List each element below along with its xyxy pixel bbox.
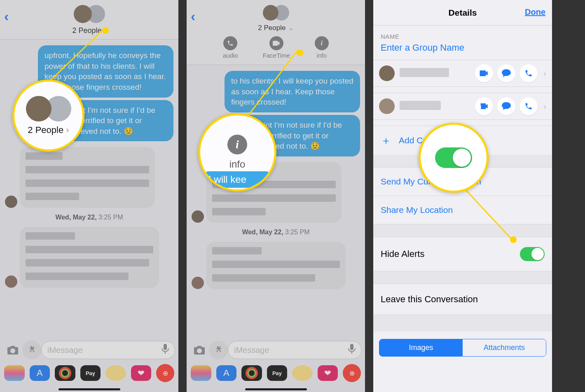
app-shelf: A Pay ❤ ⊕ bbox=[187, 362, 365, 385]
camera-icon[interactable] bbox=[190, 341, 209, 359]
leave-label: Leave this Conversation bbox=[381, 294, 478, 305]
zoom-callout-people: 2 People › bbox=[12, 79, 84, 152]
apple-pay-app-icon[interactable]: Pay bbox=[80, 365, 101, 381]
chevron-right-icon: › bbox=[543, 102, 546, 111]
received-message[interactable] bbox=[206, 242, 346, 289]
message-icon[interactable] bbox=[497, 97, 515, 115]
microphone-icon[interactable] bbox=[161, 344, 169, 356]
home-indicator[interactable] bbox=[58, 388, 120, 390]
avatar bbox=[26, 96, 51, 121]
phone-icon[interactable] bbox=[519, 64, 538, 82]
avatar bbox=[379, 65, 395, 81]
panel-messages-1: ‹ 2 People › upfront. Hopefully he conve… bbox=[0, 0, 178, 392]
compose-bar: iMessage bbox=[0, 339, 178, 361]
spacer bbox=[373, 271, 552, 284]
avatar bbox=[74, 5, 92, 23]
segment-attachments[interactable]: Attachments bbox=[463, 339, 546, 356]
message-icon[interactable] bbox=[497, 64, 515, 82]
toggle-on-icon bbox=[435, 147, 472, 168]
contact-row[interactable]: › bbox=[373, 93, 552, 120]
photos-app-icon[interactable] bbox=[4, 365, 25, 381]
avatar bbox=[5, 275, 17, 288]
app-store-icon[interactable] bbox=[22, 341, 41, 359]
messages-header: ‹ 2 People › bbox=[0, 0, 178, 40]
group-name-field[interactable]: Enter a Group Name bbox=[373, 42, 552, 60]
callout-label: 2 People › bbox=[28, 125, 69, 135]
leave-conversation-row[interactable]: Leave this Conversation bbox=[373, 284, 552, 315]
digital-touch-app-icon[interactable]: ❤ bbox=[318, 365, 338, 381]
avatar bbox=[263, 5, 278, 21]
digital-touch-app-icon[interactable]: ❤ bbox=[131, 365, 152, 381]
more-app-icon[interactable]: ⊕ bbox=[156, 364, 174, 382]
received-message[interactable] bbox=[20, 227, 159, 288]
people-count-label[interactable]: 2 People ⌄ bbox=[187, 24, 365, 32]
placeholder-text: iMessage bbox=[47, 345, 83, 355]
group-avatars[interactable] bbox=[74, 5, 105, 23]
video-icon bbox=[269, 36, 283, 50]
facetime-button[interactable]: FaceTime bbox=[263, 36, 290, 59]
apple-pay-app-icon[interactable]: Pay bbox=[267, 365, 288, 381]
header-actions: audio FaceTime i info bbox=[187, 36, 365, 59]
segmented-control[interactable]: Images Attachments bbox=[379, 339, 546, 357]
received-message[interactable] bbox=[20, 147, 155, 208]
hide-alerts-toggle[interactable] bbox=[520, 247, 545, 261]
received-row bbox=[5, 147, 173, 208]
home-indicator[interactable] bbox=[245, 388, 307, 390]
photos-app-icon[interactable] bbox=[191, 365, 211, 381]
message-input[interactable]: iMessage bbox=[41, 341, 175, 359]
received-row bbox=[5, 227, 173, 288]
panel-messages-2: ‹ 2 People ⌄ audio FaceTime i bbox=[187, 0, 365, 392]
section-label-name: NAME bbox=[373, 26, 552, 42]
share-location-row[interactable]: Share My Location bbox=[373, 196, 552, 224]
done-button[interactable]: Done bbox=[525, 7, 545, 17]
panel-details: Details Done NAME Enter a Group Name › › bbox=[373, 0, 552, 392]
highlight-dot bbox=[297, 49, 303, 56]
appstore-app-icon[interactable]: A bbox=[30, 365, 50, 381]
action-label: audio bbox=[223, 52, 238, 59]
contact-name bbox=[400, 68, 475, 79]
app-shelf: A Pay ❤ ⊕ bbox=[0, 362, 178, 385]
appstore-app-icon[interactable]: A bbox=[216, 365, 237, 381]
microphone-icon[interactable] bbox=[348, 344, 356, 356]
more-app-icon[interactable]: ⊕ bbox=[343, 364, 361, 382]
hide-alerts-row: Hide Alerts bbox=[373, 237, 552, 271]
spacer bbox=[373, 315, 552, 331]
avatar bbox=[379, 98, 395, 114]
timestamp: Wed, May 22, 3:25 PM bbox=[192, 229, 360, 236]
segment-images[interactable]: Images bbox=[379, 339, 463, 356]
contact-row[interactable]: › bbox=[373, 60, 552, 87]
back-button[interactable]: ‹ bbox=[4, 9, 9, 23]
fitness-app-icon[interactable] bbox=[55, 365, 75, 381]
chevron-right-icon: › bbox=[543, 69, 546, 78]
facetime-video-icon[interactable] bbox=[475, 97, 493, 115]
zoom-callout-toggle bbox=[419, 123, 489, 193]
people-text: 2 People bbox=[72, 26, 101, 35]
memoji-app-icon[interactable] bbox=[292, 365, 313, 381]
app-store-icon[interactable] bbox=[209, 341, 228, 359]
spacer bbox=[373, 224, 552, 237]
plus-icon: ＋ bbox=[381, 135, 391, 146]
callout-label: info bbox=[229, 159, 246, 170]
fitness-app-icon[interactable] bbox=[241, 365, 262, 381]
facetime-video-icon[interactable] bbox=[475, 64, 493, 82]
people-count-label[interactable]: 2 People › bbox=[0, 26, 178, 35]
sent-message[interactable]: to his clients. I will keep you posted a… bbox=[225, 71, 360, 112]
message-list: upfront. Hopefully he conveys the power … bbox=[0, 40, 178, 288]
highlight-dot bbox=[102, 27, 109, 34]
memoji-app-icon[interactable] bbox=[105, 365, 126, 381]
contacts-list: › › bbox=[373, 60, 552, 120]
camera-icon[interactable] bbox=[3, 341, 22, 359]
contact-name bbox=[400, 101, 475, 112]
received-row bbox=[192, 242, 360, 289]
details-header: Details Done bbox=[373, 0, 552, 26]
info-button[interactable]: i info bbox=[315, 36, 329, 59]
message-input[interactable]: iMessage bbox=[228, 341, 362, 359]
back-button[interactable]: ‹ bbox=[191, 9, 195, 23]
action-label: info bbox=[317, 52, 327, 59]
group-avatars[interactable] bbox=[263, 5, 289, 21]
timestamp: Wed, May 22, 3:25 PM bbox=[5, 214, 173, 221]
avatar bbox=[192, 210, 204, 223]
phone-icon[interactable] bbox=[519, 97, 538, 115]
audio-button[interactable]: audio bbox=[223, 36, 238, 59]
placeholder-text: iMessage bbox=[234, 345, 269, 355]
